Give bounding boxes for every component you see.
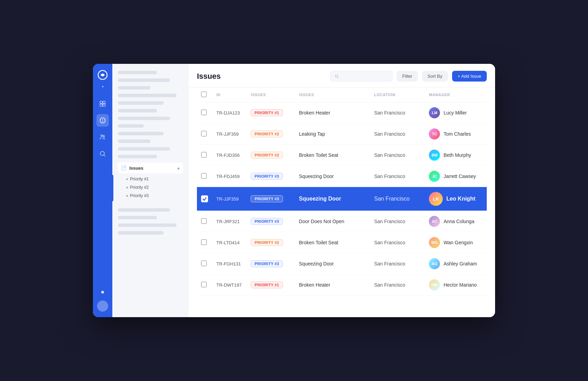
- svg-point-12: [335, 75, 338, 77]
- table-row[interactable]: TR-JJF359PRIORITY #3Squeezing DoorSan Fr…: [197, 187, 487, 211]
- priority-badge: PRIORITY #1: [251, 281, 283, 288]
- row-issue: Squeezing Door: [295, 187, 370, 211]
- row-location: San Francisco: [370, 166, 425, 187]
- main-content: Issues Filter Sort By + Add Issue: [189, 64, 495, 317]
- nav-icon-search[interactable]: [96, 147, 109, 160]
- row-checkbox-cell: [197, 166, 212, 187]
- row-checkbox[interactable]: [201, 282, 207, 287]
- table-row[interactable]: TR-FDJ459PRIORITY #3Squeezing DoorSan Fr…: [197, 166, 487, 187]
- avatar: LM: [429, 107, 440, 118]
- avatar: BM: [429, 150, 440, 161]
- manager-name: Leo Knight: [446, 196, 475, 202]
- manager-name: Beth Murphy: [443, 152, 471, 158]
- nav-chevron-icon: ▾: [102, 85, 104, 88]
- table-row[interactable]: TR-JRF321PRIORITY #3Door Does Not OpenSa…: [197, 211, 487, 232]
- location-text: San Francisco: [374, 152, 405, 158]
- row-issue: Door Does Not Open: [295, 211, 370, 232]
- row-issue: Squeezing Door: [295, 253, 370, 274]
- location-text: San Francisco: [374, 261, 405, 266]
- row-issue: Squeezing Door: [295, 166, 370, 187]
- search-input[interactable]: [341, 74, 388, 79]
- issues-table: ID ISSUES ISSUES LOCATION MANAGER TR-DJA…: [197, 87, 487, 296]
- row-id: TR-DJA123: [212, 102, 247, 124]
- row-checkbox[interactable]: [201, 131, 207, 136]
- select-all-checkbox[interactable]: [201, 92, 207, 97]
- row-checkbox[interactable]: [201, 218, 207, 224]
- location-text: San Francisco: [374, 110, 405, 116]
- row-priority: PRIORITY #1: [247, 274, 295, 296]
- svg-point-10: [100, 151, 104, 155]
- row-checkbox[interactable]: [201, 110, 207, 115]
- table-row[interactable]: TR-FJD356PRIORITY #2Broken Toilet SeatSa…: [197, 145, 487, 166]
- priority-badge: PRIORITY #3: [251, 260, 283, 267]
- id-text: TR-JJF359: [216, 132, 239, 137]
- add-issue-button[interactable]: + Add Issue: [452, 71, 487, 82]
- row-checkbox-cell: [197, 232, 212, 253]
- search-box[interactable]: [330, 71, 392, 82]
- sort-button[interactable]: Sort By: [422, 71, 448, 82]
- table-header-row: ID ISSUES ISSUES LOCATION MANAGER: [197, 87, 487, 102]
- row-checkbox-cell: [197, 187, 212, 211]
- row-checkbox-cell: [197, 211, 212, 232]
- manager-name: Jarrett Cawsey: [443, 173, 476, 179]
- table-row[interactable]: TR-FGH131PRIORITY #3Squeezing DoorSan Fr…: [197, 253, 487, 274]
- location-text: San Francisco: [374, 282, 405, 288]
- row-checkbox[interactable]: [201, 152, 207, 158]
- id-text: TR-FGH131: [216, 261, 241, 266]
- priority-badge: PRIORITY #3: [251, 218, 283, 225]
- table-row[interactable]: TR-LTD414PRIORITY #2Broken Toilet SeatSa…: [197, 232, 487, 253]
- row-location: San Francisco: [370, 274, 425, 296]
- manager-cell: AC Anna Colunga: [429, 216, 483, 227]
- avatar: LK: [429, 192, 443, 206]
- manager-cell: HM Hector Mariano: [429, 279, 483, 290]
- row-checkbox-selected[interactable]: [201, 195, 208, 202]
- id-text: TR-JJF359: [216, 196, 239, 202]
- row-manager: JC Jarrett Cawsey: [425, 166, 487, 187]
- location-text: San Francisco: [374, 131, 405, 137]
- table-row[interactable]: TR-JJF359PRIORITY #2Leaking TapSan Franc…: [197, 124, 487, 145]
- nav-icon-home[interactable]: [96, 98, 109, 110]
- row-id: TR-FJD356: [212, 145, 247, 166]
- svg-point-8: [101, 135, 103, 136]
- sidebar-issues-section[interactable]: 📄 Issues ▲: [118, 162, 183, 173]
- app-logo: [97, 69, 108, 81]
- svg-point-7: [103, 121, 103, 122]
- row-checkbox[interactable]: [201, 261, 207, 266]
- row-location: San Francisco: [370, 253, 425, 274]
- row-checkbox[interactable]: [201, 173, 207, 179]
- nav-bar: ▾: [93, 64, 112, 317]
- nav-avatar-circle: [97, 300, 108, 312]
- row-priority: PRIORITY #2: [247, 124, 295, 145]
- manager-name: Lucy Miller: [443, 110, 467, 116]
- sidebar-sub-priority2[interactable]: Priority #2: [118, 183, 183, 192]
- sidebar-section-label: Issues: [129, 166, 143, 171]
- row-location: San Francisco: [370, 232, 425, 253]
- nav-icon-users[interactable]: [96, 131, 109, 143]
- row-manager: AG Ashley Graham: [425, 253, 487, 274]
- row-id: TR-DWT197: [212, 274, 247, 296]
- sidebar-sub-priority3[interactable]: Priority #3: [118, 192, 183, 200]
- row-checkbox[interactable]: [201, 239, 207, 245]
- priority-badge: PRIORITY #3: [251, 195, 283, 202]
- filter-button[interactable]: Filter: [397, 71, 418, 82]
- nav-icon-issues[interactable]: [96, 114, 109, 127]
- sidebar-sub-priority1[interactable]: Priority #1: [118, 175, 183, 183]
- issue-text: Squeezing Door: [299, 196, 341, 202]
- table-row[interactable]: TR-DWT197PRIORITY #1Broken HeaterSan Fra…: [197, 274, 487, 296]
- id-text: TR-FJD356: [216, 153, 240, 158]
- avatar: AG: [429, 258, 440, 269]
- main-header: Issues Filter Sort By + Add Issue: [189, 64, 495, 87]
- manager-cell: TC Tom Charles: [429, 128, 483, 139]
- sidebar-sub-dot: [126, 195, 128, 197]
- location-text: San Francisco: [374, 240, 405, 245]
- sidebar-sub-label-p1: Priority #1: [130, 177, 149, 181]
- table-row[interactable]: TR-DJA123PRIORITY #1Broken HeaterSan Fra…: [197, 102, 487, 124]
- row-priority: PRIORITY #3: [247, 187, 295, 211]
- issue-text: Door Does Not Open: [299, 219, 344, 224]
- row-id: TR-JJF359: [212, 187, 247, 211]
- row-location: San Francisco: [370, 124, 425, 145]
- row-checkbox-cell: [197, 274, 212, 296]
- row-priority: PRIORITY #3: [247, 166, 295, 187]
- id-text: TR-FDJ459: [216, 174, 240, 179]
- th-manager: MANAGER: [425, 87, 487, 102]
